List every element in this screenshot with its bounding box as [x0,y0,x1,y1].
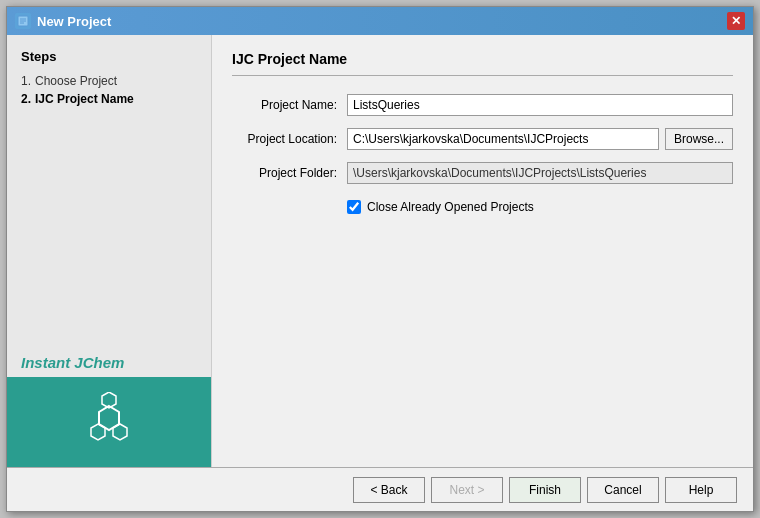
step-2-label: IJC Project Name [35,92,134,106]
project-name-row: Project Name: [232,94,733,116]
step-2-number: 2. [21,92,31,106]
steps-title: Steps [21,49,197,64]
svg-marker-6 [91,424,105,440]
sidebar: Steps 1. Choose Project 2. IJC Project N… [7,35,212,467]
project-name-label: Project Name: [232,98,347,112]
browse-button[interactable]: Browse... [665,128,733,150]
project-folder-label: Project Folder: [232,166,347,180]
close-projects-checkbox[interactable] [347,200,361,214]
help-button[interactable]: Help [665,477,737,503]
step-2: 2. IJC Project Name [21,92,197,106]
step-1-number: 1. [21,74,31,88]
close-projects-row: Close Already Opened Projects [347,200,733,214]
project-location-label: Project Location: [232,132,347,146]
steps-panel: Steps 1. Choose Project 2. IJC Project N… [7,35,211,344]
title-bar-left: New Project [15,13,111,29]
new-project-dialog: New Project ✕ Steps 1. Choose Project 2.… [6,6,754,512]
project-folder-row: Project Folder: [232,162,733,184]
section-title: IJC Project Name [232,51,733,76]
main-content: IJC Project Name Project Name: Project L… [212,35,753,467]
back-button[interactable]: < Back [353,477,425,503]
dialog-footer: < Back Next > Finish Cancel Help [7,467,753,511]
project-name-input[interactable] [347,94,733,116]
project-location-input[interactable] [347,128,659,150]
finish-button[interactable]: Finish [509,477,581,503]
dialog-title: New Project [37,14,111,29]
svg-marker-7 [113,424,127,440]
project-location-row: Project Location: Browse... [232,128,733,150]
project-folder-input[interactable] [347,162,733,184]
cancel-button[interactable]: Cancel [587,477,659,503]
brand-name: Instant JChem [7,344,211,377]
step-1-label: Choose Project [35,74,117,88]
close-projects-label: Close Already Opened Projects [367,200,534,214]
logo-area [7,377,211,467]
title-icon [15,13,31,29]
next-button[interactable]: Next > [431,477,503,503]
honeycomb-icon [79,392,139,452]
dialog-body: Steps 1. Choose Project 2. IJC Project N… [7,35,753,467]
title-bar: New Project ✕ [7,7,753,35]
close-button[interactable]: ✕ [727,12,745,30]
step-1: 1. Choose Project [21,74,197,88]
